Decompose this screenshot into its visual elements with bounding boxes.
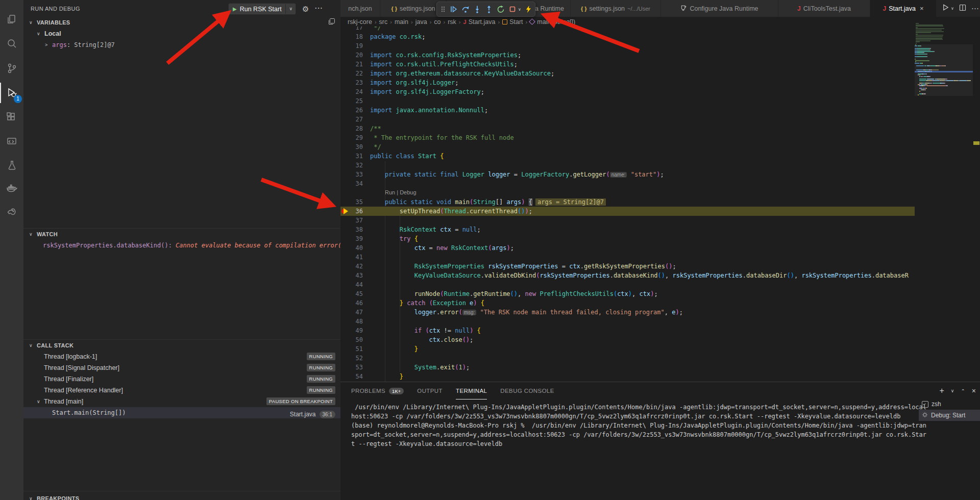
activity-item-extensions-icon[interactable] [0,106,23,129]
minimap-slider[interactable] [915,44,973,96]
activity-item-search-icon[interactable] [0,32,23,56]
code-line-35[interactable]: 35 public static void main(String[] args… [340,197,915,207]
code-line-42[interactable]: 42 RskSystemProperties rskSystemProperti… [340,262,915,271]
run-dropdown-chevron-icon[interactable]: ∨ [951,6,954,11]
call-stack-section-header[interactable]: ∨ CALL STACK [23,340,340,351]
code-line-43[interactable]: 43 KeyValueDataSource.validateDbKind(rsk… [340,271,915,280]
drag-handle-icon[interactable] [440,5,446,13]
chevron-down-icon[interactable]: ∨ [285,4,292,14]
code-line-38[interactable]: 38 RskContext ctx = null; [340,225,915,234]
codelens-run-debug[interactable]: Run | Debug [340,188,915,197]
code-line-27[interactable]: 27 [340,115,915,124]
code-line-21[interactable]: 21import co.rsk.util.PreflightChecksUtil… [340,60,915,69]
code-line-19[interactable]: 19 [340,41,915,51]
code-line-51[interactable]: 51 } [340,344,915,354]
terminal-dropdown-icon[interactable]: ∨ [951,388,954,393]
terminal-output[interactable]: /usr/bin/env /Library/Internet\ Plug-Ins… [351,403,918,448]
breadcrumb-item-rsk[interactable]: rsk [448,18,456,26]
more-actions-icon[interactable]: ⋯ [314,3,323,13]
minimap[interactable] [915,23,973,382]
panel-tab-problems[interactable]: PROBLEMS1K+ [351,382,404,399]
code-line-30[interactable]: 30 */ [340,142,915,152]
code-line-54[interactable]: 54 } [340,372,915,381]
code-line-48[interactable]: 48 [340,317,915,326]
callstack-thread-thread-finalizer[interactable]: Thread [Finalizer]RUNNING [23,373,340,385]
code-line-45[interactable]: 45 runNode(Runtime.getRuntime(), new Pre… [340,289,915,298]
code-line-31[interactable]: 31public class Start { [340,152,915,161]
chevron-right-icon[interactable]: > [45,39,47,51]
breadcrumb-item-java[interactable]: java [415,18,427,26]
activity-item-remote-explorer-icon[interactable] [0,130,23,154]
code-line-40[interactable]: 40 ctx = new RskContext(args); [340,243,915,253]
variables-scope-local[interactable]: ∨ Local [23,28,340,39]
stop-icon[interactable] [508,5,517,13]
callstack-thread-thread-reference-handler[interactable]: Thread [Reference Handler]RUNNING [23,385,340,396]
breadcrumb-item-main[interactable]: main [395,18,408,26]
code-line-23[interactable]: 23import org.slf4j.Logger; [340,78,915,87]
panel-tab-debug-console[interactable]: DEBUG CONSOLE [500,382,554,399]
tab-configure-java-runtime[interactable]: Configure Java Runtime [661,0,778,17]
breadcrumb-item-rskj-core[interactable]: rskj-core [348,18,372,26]
callstack-frame-start-main-string[interactable]: Start.main(String[])Start.java36:1 [23,407,340,418]
code-line-28[interactable]: 28/** [340,124,915,133]
code-editor[interactable]: 17 */18package co.rsk;1920import co.rsk.… [340,23,915,382]
code-line-29[interactable]: 29 * The entrypoint for the RSK full nod… [340,133,915,142]
terminal-item-zsh[interactable]: ›zsh [919,398,980,410]
watch-expression[interactable]: rskSystemProperties.databaseKind(): Cann… [23,240,340,251]
breakpoints-section-header[interactable]: ∨ BREAKPOINTS [23,493,340,500]
tab-nch-json[interactable]: nch.json [340,0,380,17]
code-line-22[interactable]: 22import org.ethereum.datasource.KeyValu… [340,69,915,78]
breadcrumb-item-src[interactable]: src [379,18,388,26]
panel-tab-terminal[interactable]: TERMINAL [456,382,487,399]
more-actions-icon[interactable]: ⋯ [971,4,979,13]
continue-icon[interactable] [450,5,458,13]
code-line-41[interactable]: 41 [340,253,915,262]
code-line-46[interactable]: 46 } catch (Exception e) { [340,298,915,308]
code-line-52[interactable]: 52 [340,354,915,363]
code-line-50[interactable]: 50 ctx.close(); [340,335,915,344]
code-line-36[interactable]: 36 setUpThread(Thread.currentThread()); [340,207,915,216]
activity-item-docker-icon[interactable] [0,177,23,201]
code-line-25[interactable]: 25 [340,96,915,106]
code-line-18[interactable]: 18package co.rsk; [340,32,915,41]
callstack-thread-thread-logback-1[interactable]: Thread [logback-1]RUNNING [23,351,340,362]
code-line-32[interactable]: 32 [340,161,915,170]
step-over-icon[interactable] [461,5,470,13]
code-line-44[interactable]: 44 [340,280,915,289]
terminal-item-debug-start[interactable]: Debug: Start [919,410,980,421]
tab-clitoolstest-java[interactable]: JCliToolsTest.java [778,0,870,17]
tab-settings-json-user[interactable]: { }settings.json~/.../User [571,0,661,17]
split-editor-icon[interactable] [959,4,966,13]
breadcrumb-item-main-string[interactable]: main(String[]) [530,18,575,26]
watch-section-header[interactable]: ∨ WATCH [23,229,340,240]
new-terminal-icon[interactable]: + [939,386,944,395]
code-line-34[interactable]: 34 [340,179,915,188]
overview-ruler[interactable] [973,17,980,382]
code-line-49[interactable]: 49 if (ctx != null) { [340,326,915,335]
code-line-24[interactable]: 24import org.slf4j.LoggerFactory; [340,87,915,96]
code-line-53[interactable]: 53 System.exit(1); [340,363,915,372]
activity-item-testing-icon[interactable] [0,154,23,177]
gear-icon[interactable]: ⚙ [302,5,309,14]
step-out-icon[interactable] [485,5,493,13]
run-configuration-dropdown[interactable]: ▶ Run RSK Start ∨ [228,3,296,15]
activity-item-explorer-icon[interactable] [0,8,23,31]
breadcrumb-item-start-java[interactable]: JStart.java [463,18,496,26]
activity-item-source-control-icon[interactable] [0,57,23,80]
activity-item-gradle-icon[interactable] [0,201,23,224]
restart-icon[interactable] [497,5,505,13]
code-line-20[interactable]: 20import co.rsk.config.RskSystemProperti… [340,51,915,60]
maximize-panel-icon[interactable]: ⌃ [961,388,965,394]
tab-start-java[interactable]: JStart.java× [870,0,937,17]
variable-args[interactable]: > args: String[2]@7 [23,39,340,51]
close-icon[interactable]: × [920,5,924,12]
panel-tab-output[interactable]: OUTPUT [417,382,443,399]
run-java-icon[interactable] [942,4,949,13]
hot-code-replace-icon[interactable] [525,5,532,13]
step-into-icon[interactable] [473,5,481,13]
code-line-37[interactable]: 37 [340,216,915,225]
variables-section-header[interactable]: ∨ VARIABLES [23,17,340,28]
activity-item-run-and-debug-icon[interactable]: 1 [0,81,23,105]
code-line-26[interactable]: 26import javax.annotation.Nonnull; [340,106,915,115]
code-line-39[interactable]: 39 try { [340,234,915,243]
